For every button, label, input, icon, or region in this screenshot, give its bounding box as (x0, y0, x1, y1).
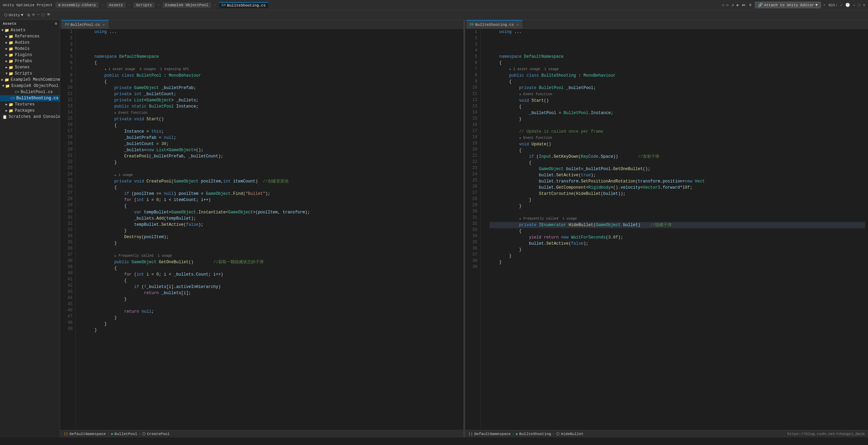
left-tab-close[interactable]: ✕ (103, 23, 105, 27)
sidebar-item-packages[interactable]: ▶ 📁 Packages (0, 108, 60, 114)
tab-example6[interactable]: Example6 ObjectPool (163, 2, 211, 8)
status-url: https://blog.csdn.net/chongzi_daim (788, 432, 865, 436)
sidebar-item-plugins[interactable]: ▶ 📁 Plugins (0, 52, 60, 58)
sidebar-item-scenes[interactable]: ▶ 📁 Scenes (0, 64, 60, 70)
right-editor-panel: C# BullteShooting.cs ✕ 12345678910111213… (465, 20, 868, 437)
code-line (85, 246, 461, 253)
code-line: var tempBullet=GameObject.Instantiate<Ga… (85, 209, 461, 215)
code-line: private void Start() (85, 116, 461, 122)
tab-assembly-csharp[interactable]: ⚙ Assembly-CSharp (55, 2, 99, 8)
code-line: { (85, 185, 461, 191)
sidebar-item-scripts[interactable]: ▼ 📁 Scripts (0, 70, 60, 77)
separator4: › (214, 3, 216, 7)
bc-ns-icon: ⟨⟩ (64, 432, 68, 436)
sidebar-item-bulletpool.cs[interactable]: C# BulletPool.cs (0, 89, 60, 95)
code-line: namespace DefaultNamespace (85, 54, 461, 60)
code-line: namespace DefaultNamespace (490, 54, 866, 60)
right-code-content[interactable]: using ... namespace DefaultNamespace { ⬥… (487, 29, 868, 430)
editors-split: C# BulletPool.cs ✕ 123456789101112131415… (60, 20, 868, 437)
maximize-btn[interactable]: □ (858, 3, 860, 7)
bc-class[interactable]: BulletPool (114, 432, 137, 436)
clock-icon: 🕐 (845, 3, 850, 7)
bc-r-namespace[interactable]: DefaultNamespace (474, 432, 511, 436)
play-icon[interactable]: ▶ (737, 3, 739, 7)
code-line: CreatePool(_bulletPrefab, _bulletCount); (85, 153, 461, 159)
right-tab-close[interactable]: ✕ (517, 23, 519, 27)
code-line: Instance = this; (85, 129, 461, 135)
code-line: } (490, 197, 866, 203)
tree-label: Plugins (15, 53, 32, 57)
sidebar-item-audios[interactable]: ▶ 📁 Audios (0, 40, 60, 46)
bc-r-class[interactable]: BullteShooting (519, 432, 551, 436)
tree-label: Scratches and Consoles (9, 114, 60, 119)
code-line: Destroy(poolItem); (85, 234, 461, 240)
code-line (85, 41, 461, 47)
code-line: private BulletPool _bulletPool; (490, 85, 866, 91)
tree-arrow: ▶ (1, 78, 3, 82)
code-line: { (490, 104, 866, 110)
code-line: for (int i = 0; i < _bullets.Count; i++) (85, 271, 461, 278)
separator: › (101, 3, 104, 7)
code-line: } (85, 228, 461, 234)
unity-menu[interactable]: ⬡ Unity ▼ (2, 12, 25, 18)
tree-icon: 📁 (4, 28, 9, 33)
right-panel-tab[interactable]: C# BullteShooting.cs ✕ (466, 20, 523, 29)
code-line: StartCoroutine(HideBullet(bullet)); (490, 191, 866, 197)
bc-method[interactable]: CreatePool (147, 432, 170, 436)
sidebar-item-references[interactable]: ▶ 📁 References (0, 33, 60, 40)
sidebar-item-models[interactable]: ▶ 📁 Models (0, 46, 60, 52)
refresh-icon[interactable]: ↺ (732, 3, 734, 7)
toolbar-menu-icon[interactable]: ≡ (32, 12, 35, 18)
code-line: if (!_bullets[i].activeInHierarchy) (85, 284, 461, 290)
tab-assets[interactable]: Assets (107, 2, 126, 8)
close-btn[interactable]: ✕ (863, 3, 865, 7)
sidebar-item-example5meshcombiner[interactable]: ▶ 📁 Example5 MeshCombiner (0, 77, 60, 83)
bc-r-method[interactable]: HideBullet (561, 432, 584, 436)
left-code-content[interactable]: using ... namespace DefaultNamespace { ⬥… (82, 29, 463, 430)
tree-arrow: ▶ (6, 102, 8, 107)
attach-button[interactable]: 🔗 Attach to Unity Editor ▼ (755, 2, 821, 8)
code-line: { (490, 60, 866, 66)
left-panel-tab[interactable]: C# BulletPool.cs ✕ (62, 20, 109, 29)
attach-dropdown-icon[interactable]: ▼ (815, 3, 818, 7)
sidebar-item-scratchesandconsoles[interactable]: 📋 Scratches and Consoles (0, 114, 60, 120)
code-line: { (85, 203, 461, 209)
toolbar-gear-icon[interactable]: ⚙ (28, 12, 30, 18)
bc-namespace[interactable]: DefaultNamespace (69, 432, 106, 436)
tree-label: References (15, 34, 40, 39)
sidebar-item-example6objectpool[interactable]: ▼ 📁 Example6 ObjectPool (0, 83, 60, 89)
toolbar-eye-icon[interactable]: 👁 (46, 12, 51, 18)
code-line: } (490, 116, 866, 122)
code-line: { (85, 79, 461, 85)
code-line: _bulletCount = 30; (85, 141, 461, 147)
tree-label: Audios (15, 40, 30, 45)
code-line: { (490, 160, 866, 166)
sidebar-item-textures[interactable]: ▶ 📁 Textures (0, 101, 60, 108)
code-line: ⬥ 1 asset usage 4 usages 1 exposing API (85, 66, 461, 73)
bc-r-class-icon: ◈ (516, 432, 518, 436)
step-icon[interactable]: ⏭ (742, 3, 746, 7)
code-line: } (85, 315, 461, 321)
minimize-btn[interactable]: — (853, 3, 855, 7)
unity-logo: ⬡ (4, 13, 8, 17)
sidebar-tree: ▼ 📁 Assets ▶ 📁 References ▶ 📁 Audios ▶ 📁… (0, 27, 60, 120)
tree-arrow: ▼ (2, 84, 4, 88)
bc-r-ns-icon: ⟨⟩ (469, 432, 473, 436)
code-line (85, 302, 461, 309)
toolbar-minus-icon[interactable]: − (37, 12, 40, 18)
toolbar-square-icon[interactable]: □ (42, 12, 44, 18)
tree-icon: 📁 (9, 102, 13, 107)
sidebar-settings-icon[interactable]: ⚙ (55, 21, 57, 26)
unity-dropdown-icon[interactable]: ▼ (21, 13, 23, 17)
pause-icon[interactable]: ⏸ (748, 3, 752, 7)
tab-scripts[interactable]: Scripts (133, 2, 155, 8)
nav-forward-icon[interactable]: ▷ (727, 3, 729, 7)
left-tab-bar: C# BulletPool.cs ✕ (60, 20, 463, 29)
sidebar-item-prefabs[interactable]: ▶ 📁 Prefabs (0, 58, 60, 64)
code-line (85, 35, 461, 41)
sidebar-item-bullteshooting.cs[interactable]: C# BullteShooting.cs (0, 95, 60, 101)
sidebar-item-assets[interactable]: ▼ 📁 Assets (0, 27, 60, 33)
tab-bullteshooting[interactable]: C# BullteShooting.cs (219, 2, 268, 8)
code-line: } (490, 259, 866, 265)
nav-back-icon[interactable]: ◁ (722, 3, 724, 7)
